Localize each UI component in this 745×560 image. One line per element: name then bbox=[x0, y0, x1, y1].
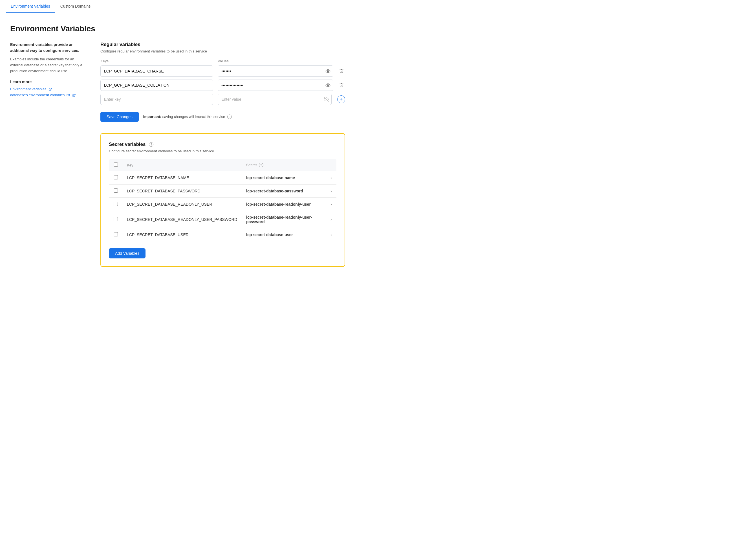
toggle-visibility-empty[interactable] bbox=[324, 97, 329, 102]
regular-variables-section: Regular variables Configure regular envi… bbox=[100, 42, 345, 105]
header-chevron-col bbox=[325, 159, 337, 171]
secret-val-3: lcp-secret-database-readonly-user bbox=[242, 198, 325, 211]
row-4-checkbox[interactable] bbox=[114, 217, 118, 221]
row-1-checkbox[interactable] bbox=[114, 175, 118, 180]
secret-key-2: LCP_SECRET_DATABASE_PASSWORD bbox=[122, 185, 242, 198]
delete-row-2[interactable] bbox=[338, 82, 345, 89]
row-2-chevron[interactable]: › bbox=[325, 185, 337, 198]
secret-row-1[interactable]: LCP_SECRET_DATABASE_NAME lcp-secret-data… bbox=[109, 171, 337, 185]
secret-val-5: lcp-secret-database-user bbox=[242, 228, 325, 242]
value-input-empty[interactable] bbox=[218, 94, 332, 105]
external-link-icon bbox=[48, 88, 52, 91]
page-title: Environment Variables bbox=[10, 24, 345, 33]
external-link-icon-2 bbox=[72, 94, 75, 97]
value-input-2[interactable] bbox=[218, 80, 333, 91]
help-icon[interactable]: ? bbox=[227, 115, 232, 119]
secret-vars-table: Key Secret ? LCP_SECRET_ bbox=[109, 159, 337, 242]
values-label: Values bbox=[218, 59, 345, 63]
secret-help-icon[interactable]: ? bbox=[149, 142, 153, 147]
db-env-vars-link[interactable]: database's environment variables list bbox=[10, 93, 84, 97]
left-column: Environment variables provide an additio… bbox=[10, 42, 84, 267]
key-input-1[interactable] bbox=[100, 65, 213, 77]
toggle-visibility-2[interactable] bbox=[325, 83, 330, 88]
secret-variables-section: Secret variables ? Configure secret envi… bbox=[100, 133, 345, 267]
header-checkbox-col bbox=[109, 159, 123, 171]
tab-env-vars[interactable]: Environment Variables bbox=[6, 0, 55, 13]
row-4-chevron[interactable]: › bbox=[325, 211, 337, 228]
header-secret: Secret ? bbox=[242, 159, 325, 171]
secret-key-5: LCP_SECRET_DATABASE_USER bbox=[122, 228, 242, 242]
save-area: Save Changes Important: saving changes w… bbox=[100, 112, 345, 122]
description-text: Examples include the credentials for an … bbox=[10, 56, 84, 74]
add-variables-button[interactable]: Add Variables bbox=[109, 248, 145, 258]
secret-vars-desc: Configure secret environment variables t… bbox=[109, 149, 337, 153]
svg-point-1 bbox=[327, 85, 329, 86]
tabs-bar: Environment Variables Custom Domains bbox=[0, 0, 745, 13]
secret-row-2[interactable]: LCP_SECRET_DATABASE_PASSWORD lcp-secret-… bbox=[109, 185, 337, 198]
row-5-chevron[interactable]: › bbox=[325, 228, 337, 242]
svg-point-0 bbox=[327, 70, 329, 72]
secret-val-2: lcp-secret-database-password bbox=[242, 185, 325, 198]
secret-val-4: lcp-secret-database-readonly-user-passwo… bbox=[242, 211, 325, 228]
important-notice: Important: saving changes will impact th… bbox=[143, 115, 232, 119]
select-all-checkbox[interactable] bbox=[114, 162, 118, 167]
regular-vars-title: Regular variables bbox=[100, 42, 345, 48]
key-input-2[interactable] bbox=[100, 80, 213, 91]
secret-row-4[interactable]: LCP_SECRET_DATABASE_READONLY_USER_PASSWO… bbox=[109, 211, 337, 228]
env-vars-link[interactable]: Environment variables bbox=[10, 87, 84, 91]
secret-val-1: lcp-secret-database-name bbox=[242, 171, 325, 185]
secret-row-5[interactable]: LCP_SECRET_DATABASE_USER lcp-secret-data… bbox=[109, 228, 337, 242]
row-1-chevron[interactable]: › bbox=[325, 171, 337, 185]
header-key: Key bbox=[122, 159, 242, 171]
delete-row-1[interactable] bbox=[338, 67, 345, 75]
secret-key-3: LCP_SECRET_DATABASE_READONLY_USER bbox=[122, 198, 242, 211]
row-3-chevron[interactable]: › bbox=[325, 198, 337, 211]
secret-col-help-icon[interactable]: ? bbox=[259, 163, 263, 167]
row-3-checkbox[interactable] bbox=[114, 202, 118, 206]
keys-label: Keys bbox=[100, 59, 213, 63]
regular-vars-desc: Configure regular environment variables … bbox=[100, 49, 345, 53]
description-bold: Environment variables provide an additio… bbox=[10, 42, 84, 54]
secret-row-3[interactable]: LCP_SECRET_DATABASE_READONLY_USER lcp-se… bbox=[109, 198, 337, 211]
kv-row-empty: + bbox=[100, 94, 345, 105]
tab-custom-domains[interactable]: Custom Domains bbox=[55, 0, 96, 13]
row-5-checkbox[interactable] bbox=[114, 232, 118, 237]
secret-vars-title: Secret variables bbox=[109, 142, 145, 147]
right-column: Regular variables Configure regular envi… bbox=[100, 42, 345, 267]
secret-key-4: LCP_SECRET_DATABASE_READONLY_USER_PASSWO… bbox=[122, 211, 242, 228]
toggle-visibility-1[interactable] bbox=[325, 68, 330, 74]
learn-more-title: Learn more bbox=[10, 80, 84, 84]
key-input-empty[interactable] bbox=[100, 94, 213, 105]
save-changes-button[interactable]: Save Changes bbox=[100, 112, 139, 122]
secret-key-1: LCP_SECRET_DATABASE_NAME bbox=[122, 171, 242, 185]
value-input-1[interactable] bbox=[218, 65, 333, 77]
kv-row-2 bbox=[100, 80, 345, 91]
kv-row-1 bbox=[100, 65, 345, 77]
add-row-button[interactable]: + bbox=[337, 95, 345, 103]
row-2-checkbox[interactable] bbox=[114, 188, 118, 193]
